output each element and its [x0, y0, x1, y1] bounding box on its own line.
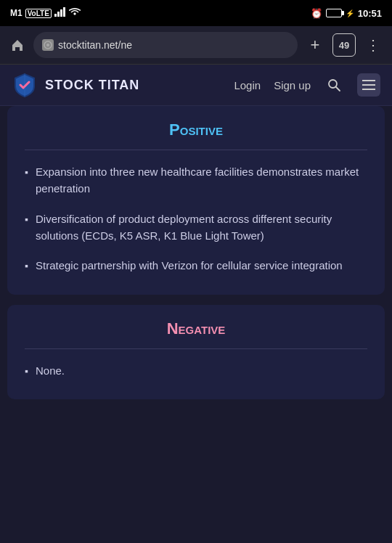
negative-bullet-text-1: None. — [36, 362, 65, 379]
list-item: Expansion into three new healthcare faci… — [25, 163, 367, 197]
wifi-icon — [69, 8, 81, 19]
negative-divider — [25, 348, 367, 349]
list-item: None. — [25, 362, 367, 380]
status-left: M1 VoLTE — [10, 7, 81, 19]
nav-links: Login Sign up — [234, 73, 380, 97]
address-bar[interactable]: stocktitan.net/ne — [33, 32, 298, 58]
alarm-icon: ⏰ — [311, 8, 322, 19]
logo-wrap[interactable]: STOCK TITAN — [12, 72, 139, 98]
svg-rect-1 — [57, 12, 60, 17]
home-button[interactable] — [7, 35, 28, 55]
bullet-text-3: Strategic partnership with Verizon for c… — [36, 257, 343, 274]
list-item: Diversification of product deployment ac… — [25, 211, 367, 245]
site-favicon — [42, 39, 54, 51]
bolt-icon: ⚡ — [346, 9, 354, 17]
bullet-text-1: Expansion into three new healthcare faci… — [36, 163, 367, 197]
signal-bars — [54, 7, 66, 19]
negative-bullet-list: None. — [25, 362, 367, 380]
list-item: Strategic partnership with Verizon for c… — [25, 257, 367, 274]
bullet-text-2: Diversification of product deployment ac… — [36, 211, 367, 245]
svg-rect-2 — [60, 9, 62, 17]
status-right: ⏰ ⚡ 10:51 — [311, 8, 382, 19]
status-bar: M1 VoLTE ⏰ ⚡ 10:51 — [0, 0, 392, 26]
browser-menu-button[interactable]: ⋮ — [362, 33, 385, 57]
nav-bar: STOCK TITAN Login Sign up — [0, 65, 392, 106]
svg-rect-3 — [63, 7, 65, 17]
hamburger-menu-button[interactable] — [357, 73, 380, 97]
browser-chrome: stocktitan.net/ne + 49 ⋮ — [0, 26, 392, 65]
logo-shield-icon — [12, 72, 38, 98]
volte-badge: VoLTE — [25, 9, 52, 18]
login-link[interactable]: Login — [234, 79, 261, 91]
logo-text: STOCK TITAN — [45, 78, 139, 93]
tab-count-button[interactable]: 49 — [332, 33, 356, 57]
svg-line-7 — [336, 87, 340, 91]
search-button[interactable] — [324, 75, 344, 95]
positive-card: Positive Expansion into three new health… — [7, 106, 385, 295]
new-tab-button[interactable]: + — [303, 33, 327, 57]
signup-link[interactable]: Sign up — [274, 79, 311, 91]
negative-title: Negative — [25, 319, 367, 338]
svg-point-6 — [329, 80, 337, 88]
svg-point-5 — [46, 44, 49, 46]
main-content: Positive Expansion into three new health… — [0, 106, 392, 417]
positive-bullet-list: Expansion into three new healthcare faci… — [25, 163, 367, 274]
battery-indicator — [326, 9, 342, 17]
address-text: stocktitan.net/ne — [58, 39, 289, 51]
negative-card: Negative None. — [7, 305, 385, 400]
svg-rect-0 — [54, 14, 57, 17]
positive-title: Positive — [25, 121, 367, 139]
positive-divider — [25, 150, 367, 150]
time-display: 10:51 — [358, 8, 382, 19]
carrier-label: M1 — [10, 8, 23, 18]
